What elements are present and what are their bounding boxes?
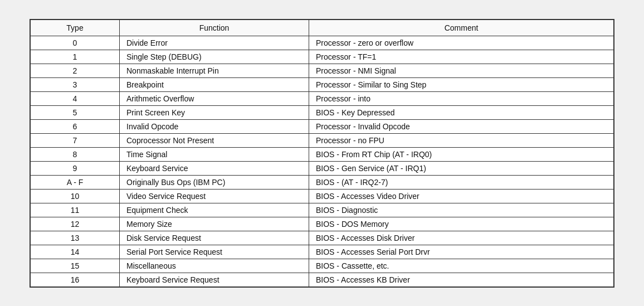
table-row: 6Invalid OpcodeProcessor - Invalid Opcod… [31,119,614,133]
table-cell-r8-c2: BIOS - From RT Chip (AT - IRQ0) [309,147,614,161]
table-cell-r0-c1: Divide Error [120,36,309,50]
table-cell-r9-c2: BIOS - Gen Service (AT - IRQ1) [309,161,614,175]
table-cell-r10-c2: BIOS - (AT - IRQ2-7) [309,175,614,189]
table-cell-r13-c0: 12 [31,217,120,231]
table-row: 5Print Screen KeyBIOS - Key Depressed [31,105,614,119]
table-cell-r1-c1: Single Step (DEBUG) [120,50,309,64]
table-cell-r6-c0: 6 [31,119,120,133]
table-cell-r2-c2: Processor - NMI Signal [309,64,614,77]
table-cell-r14-c1: Disk Service Request [120,231,309,245]
table-cell-r16-c1: Miscellaneous [120,259,309,273]
table-cell-r11-c2: BIOS - Accesses Video Driver [309,189,614,203]
table-cell-r7-c0: 7 [31,133,120,147]
table-cell-r9-c0: 9 [31,161,120,175]
table-row: 2Nonmaskable Interrupt PinProcessor - NM… [31,64,614,77]
table-cell-r1-c2: Processor - TF=1 [309,50,614,64]
table-cell-r16-c0: 15 [31,259,120,273]
table-cell-r8-c0: 8 [31,147,120,161]
table-cell-r10-c1: Originally Bus Ops (IBM PC) [120,175,309,189]
table-row: 12Memory SizeBIOS - DOS Memory [31,217,614,231]
table-row: 4Arithmetic OverflowProcessor - into [31,91,614,105]
table-cell-r13-c2: BIOS - DOS Memory [309,217,614,231]
table-row: A - FOriginally Bus Ops (IBM PC)BIOS - (… [31,175,614,189]
table-row: 13Disk Service RequestBIOS - Accesses Di… [31,231,614,245]
table-cell-r5-c0: 5 [31,105,120,119]
table-cell-r8-c1: Time Signal [120,147,309,161]
table-cell-r14-c0: 13 [31,231,120,245]
table-cell-r15-c2: BIOS - Accesses Serial Port Drvr [309,245,614,259]
table-cell-r7-c1: Coprocessor Not Present [120,133,309,147]
table-cell-r4-c2: Processor - into [309,91,614,105]
table-cell-r5-c2: BIOS - Key Depressed [309,105,614,119]
table-cell-r17-c1: Keyboard Service Request [120,273,309,286]
table-header-row: Type Function Comment [31,20,614,36]
table-cell-r3-c0: 3 [31,77,120,91]
table-cell-r0-c2: Processor - zero or overflow [309,36,614,50]
table-cell-r12-c0: 11 [31,203,120,217]
table-row: 3BreakpointProcessor - Similar to Sing S… [31,77,614,91]
table-row: 7Coprocessor Not PresentProcessor - no F… [31,133,614,147]
table-row: 15MiscellaneousBIOS - Cassette, etc. [31,259,614,273]
col-header-function: Function [120,20,309,36]
table-cell-r4-c1: Arithmetic Overflow [120,91,309,105]
table-cell-r7-c2: Processor - no FPU [309,133,614,147]
table-cell-r12-c2: BIOS - Diagnostic [309,203,614,217]
table-cell-r12-c1: Equipment Check [120,203,309,217]
table-cell-r9-c1: Keyboard Service [120,161,309,175]
table-cell-r6-c2: Processor - Invalid Opcode [309,119,614,133]
table-cell-r3-c2: Processor - Similar to Sing Step [309,77,614,91]
table-cell-r3-c1: Breakpoint [120,77,309,91]
table-row: 14Serial Port Service RequestBIOS - Acce… [31,245,614,259]
table-cell-r2-c0: 2 [31,64,120,77]
table-cell-r5-c1: Print Screen Key [120,105,309,119]
table-cell-r14-c2: BIOS - Accesses Disk Driver [309,231,614,245]
table-cell-r15-c0: 14 [31,245,120,259]
col-header-comment: Comment [309,20,614,36]
table-row: 9Keyboard ServiceBIOS - Gen Service (AT … [31,161,614,175]
table-cell-r17-c0: 16 [31,273,120,286]
table-cell-r10-c0: A - F [31,175,120,189]
table-cell-r17-c2: BIOS - Accesses KB Driver [309,273,614,286]
interrupt-table: Type Function Comment 0Divide ErrorProce… [30,20,614,287]
table-row: 16Keyboard Service RequestBIOS - Accesse… [31,273,614,286]
table-cell-r11-c0: 10 [31,189,120,203]
table-row: 0Divide ErrorProcessor - zero or overflo… [31,36,614,50]
table-cell-r2-c1: Nonmaskable Interrupt Pin [120,64,309,77]
table-cell-r6-c1: Invalid Opcode [120,119,309,133]
col-header-type: Type [31,20,120,36]
table-cell-r0-c0: 0 [31,36,120,50]
table-row: 10Video Service RequestBIOS - Accesses V… [31,189,614,203]
table-cell-r16-c2: BIOS - Cassette, etc. [309,259,614,273]
table-cell-r4-c0: 4 [31,91,120,105]
interrupt-table-container: Type Function Comment 0Divide ErrorProce… [30,19,614,288]
table-cell-r15-c1: Serial Port Service Request [120,245,309,259]
table-cell-r11-c1: Video Service Request [120,189,309,203]
table-cell-r13-c1: Memory Size [120,217,309,231]
table-cell-r1-c0: 1 [31,50,120,64]
table-row: 8Time SignalBIOS - From RT Chip (AT - IR… [31,147,614,161]
table-row: 1Single Step (DEBUG)Processor - TF=1 [31,50,614,64]
table-row: 11Equipment CheckBIOS - Diagnostic [31,203,614,217]
